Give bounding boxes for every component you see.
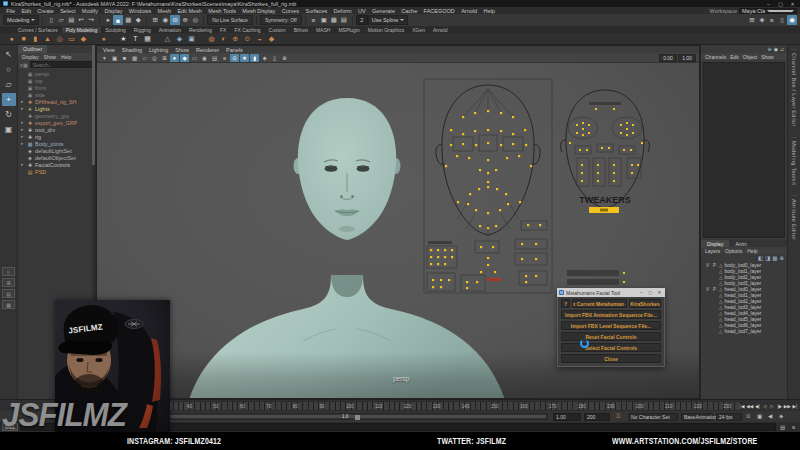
playback-end-field[interactable]: 1.00 (553, 413, 581, 421)
viewport-menu-item[interactable]: Lighting (146, 47, 171, 53)
poly-cylinder-icon[interactable]: ▮ (30, 33, 41, 44)
outliner-item[interactable]: ▣ top (18, 77, 95, 84)
channelbox-menu-item[interactable]: Object (743, 54, 757, 60)
menu-item[interactable]: Windows (126, 8, 155, 14)
set-key-icon[interactable]: ⚿ (616, 413, 621, 420)
separate-icon[interactable]: ⊙ (242, 33, 253, 44)
layer-menu-item[interactable]: Layers (705, 248, 720, 254)
outliner-item[interactable]: ✚ geometry_grp (18, 112, 95, 119)
scale-tool-icon[interactable]: ▣ (2, 123, 16, 136)
gamma-field[interactable]: 1.00 (678, 54, 696, 62)
expand-icon[interactable]: ▸ (21, 120, 25, 125)
range-handle[interactable] (355, 415, 360, 420)
vp-screenspace-ao-icon[interactable]: ≡ (220, 54, 229, 62)
vp-resolution-gate-icon[interactable]: ▦ (130, 54, 139, 62)
layout-split-icon[interactable]: ▤ (2, 289, 15, 298)
menu-item[interactable]: Cache (398, 8, 420, 14)
menu-set-dropdown[interactable]: Modeling (3, 15, 39, 25)
menu-item[interactable]: Curves (279, 8, 303, 14)
set-current-metahuman-button[interactable]: Set Current Metahuman --> (572, 299, 627, 308)
character-set-dropdown[interactable]: No Character Set (628, 413, 678, 421)
close-dialog-button[interactable]: Close (561, 354, 661, 363)
expand-icon[interactable]: ▸ (21, 99, 25, 104)
viewport-menu-item[interactable]: Renderer (193, 47, 222, 53)
outliner-item[interactable]: ▣ front (18, 84, 95, 91)
bevel-icon[interactable]: ◆ (266, 33, 277, 44)
menu-item[interactable]: Arnold (458, 8, 480, 14)
menu-item[interactable]: FACEGOOD (420, 8, 458, 14)
outliner-sets-icon[interactable]: ▦ (23, 62, 28, 68)
dialog-maximize-button[interactable]: ▢ (647, 290, 654, 295)
vp-shaded-icon[interactable]: ◆ (180, 54, 189, 62)
vp-grid-icon[interactable]: ▣ (110, 54, 119, 62)
tweakers-board[interactable]: TWEAKERS (545, 84, 665, 234)
layer-visibility-toggle[interactable]: V (705, 287, 710, 292)
outliner-item[interactable]: ▤ PSD (18, 168, 95, 175)
outliner-item[interactable]: ▸ ▦ Body_joints (18, 140, 95, 147)
vp-shadows-icon[interactable]: ▤ (210, 54, 219, 62)
step-fwd-key-button[interactable]: |▶ (777, 401, 784, 411)
spline-dropdown[interactable]: Use Spline (368, 15, 409, 25)
help-button[interactable]: ? (561, 299, 570, 308)
dialog-titlebar[interactable]: M Metahumans Facial Tool – ▢ ✕ (557, 288, 665, 297)
outliner-item[interactable]: ◈ defaultLightSet (18, 147, 95, 154)
import-fbx-level-button[interactable]: Import FBX Level Sequence File... (561, 321, 661, 330)
snap-plane-icon[interactable]: ⊕ (180, 15, 190, 25)
vp-multisample-icon[interactable]: ★ (240, 54, 249, 62)
no-live-surface-button[interactable]: No Live Surface (207, 15, 253, 25)
channelbox-menu-item[interactable]: Channels (705, 54, 726, 60)
outliner-item[interactable]: ▸ ✚ DHIhead_rig_SH (18, 98, 95, 105)
menu-item[interactable]: Surfaces (302, 8, 330, 14)
menu-item[interactable]: Modify (79, 8, 102, 14)
vp-joints-xray-icon[interactable]: ⊕ (280, 54, 289, 62)
boolean-difference-icon[interactable]: ◐ (218, 33, 229, 44)
new-scene-icon[interactable]: ▯ (46, 15, 56, 25)
menu-item[interactable]: Mesh (154, 8, 174, 14)
menu-item[interactable]: File (3, 8, 18, 14)
layout-four-icon[interactable]: ⊞ (2, 278, 15, 287)
layer-selected-icon[interactable]: ◨ (765, 255, 770, 261)
hypershade-toggle-icon[interactable]: ◈ (757, 15, 767, 25)
outliner-item[interactable]: ▸ ☀ Lights (18, 105, 95, 112)
expand-icon[interactable]: ▸ (21, 162, 25, 167)
mute-audio-icon[interactable]: ◀ (768, 413, 772, 419)
layer-editor-tab[interactable]: Anim (729, 240, 752, 247)
outliner-item[interactable]: ▸ ✚ root_drv (18, 126, 95, 133)
playback-options-icon[interactable]: ▣ (757, 413, 762, 419)
poly-cube-icon[interactable]: ■ (18, 33, 29, 44)
import-fbx-animation-button[interactable]: Import FBX Animation Sequence File... (561, 310, 661, 319)
vp-isolate-select-icon[interactable]: ◈ (260, 54, 269, 62)
expand-icon[interactable]: ▸ (21, 141, 25, 146)
select-mask-icon[interactable]: ◆ (133, 15, 143, 25)
move-tool-icon[interactable]: + (2, 93, 16, 106)
fps-dropdown[interactable]: 24 fps (716, 413, 742, 421)
outliner-search-input[interactable] (30, 61, 93, 68)
vp-motion-blur-icon[interactable]: ⊙ (230, 54, 239, 62)
render-current-frame-icon[interactable]: ▦ (329, 15, 339, 25)
layer-menu-item[interactable]: Options (725, 248, 742, 254)
exposure-field[interactable]: 0.00 (659, 54, 677, 62)
outliner-tab[interactable]: Outliner (18, 45, 47, 53)
outliner-menu-item[interactable]: Help (61, 54, 71, 60)
layer-editor-tab[interactable]: Display (701, 240, 729, 247)
sidebar-vertical-tab[interactable]: Channel Box / Layer Editor (791, 49, 797, 127)
outliner-menu-item[interactable]: Show (43, 54, 56, 60)
layout-outliner-icon[interactable]: ▦ (2, 300, 15, 309)
save-scene-icon[interactable]: ▤ (66, 15, 76, 25)
combine-icon[interactable]: ⊕ (230, 33, 241, 44)
menu-item[interactable]: Create (34, 8, 57, 14)
vp-xray-icon[interactable]: ▯ (270, 54, 279, 62)
type-tool-icon[interactable]: T (130, 33, 141, 44)
layout-single-icon[interactable]: ▯ (2, 267, 15, 276)
step-fwd-frame-button[interactable]: ▶▶ (784, 401, 791, 411)
menu-item[interactable]: Select (57, 8, 79, 14)
gap[interactable] (198, 33, 205, 44)
dialog-close-icon[interactable]: ✕ (656, 290, 663, 295)
render-view-icon[interactable]: ▣ (319, 15, 329, 25)
modeling-toolkit-toggle-icon[interactable]: ⊞ (747, 15, 757, 25)
play-forwards-button[interactable]: ▷ (769, 401, 776, 411)
poly-sphere-icon[interactable]: ● (6, 33, 17, 44)
boolean-union-icon[interactable]: ◍ (206, 33, 217, 44)
gap[interactable] (90, 33, 97, 44)
outliner-item[interactable]: ▣ side (18, 91, 95, 98)
